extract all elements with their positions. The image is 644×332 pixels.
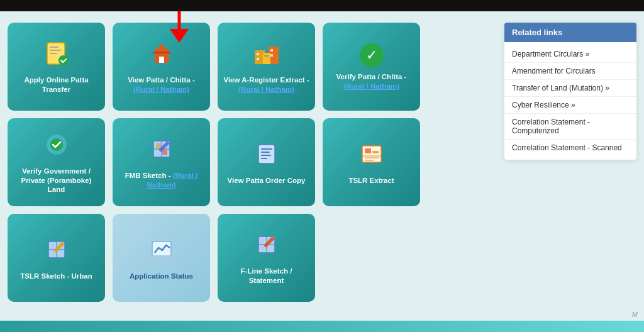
- svg-marker-7: [152, 44, 171, 53]
- verify-check-icon: ✓: [360, 43, 384, 67]
- svg-rect-26: [258, 145, 275, 163]
- tile-patta-order-label: View Patta Order Copy: [228, 176, 306, 185]
- tile-verify-patta-label: Verify Patta / Chitta - (Rural / Natham): [328, 72, 415, 91]
- tile-fmb-label: FMB Sketch - (Rural / Natham): [118, 171, 205, 190]
- related-link-correlation-computerized[interactable]: Correlation Statement - Computerized: [504, 114, 636, 140]
- tiles-grid: Apply Online Patta Transfer View Patta /…: [8, 23, 496, 302]
- related-links-list: Department Circulars » Amendment for Cir…: [504, 42, 636, 160]
- app-status-icon: [148, 236, 175, 267]
- svg-rect-14: [257, 53, 259, 55]
- patta-order-icon: [253, 141, 280, 171]
- f-line-sketch-icon: [253, 231, 280, 262]
- tile-view-patta-chitta[interactable]: View Patta / Chitta - (Rural / Natham): [113, 23, 210, 111]
- svg-rect-41: [152, 255, 171, 258]
- svg-rect-29: [261, 155, 271, 156]
- svg-point-6: [58, 55, 69, 65]
- related-link-cyber-resilience[interactable]: Cyber Resilience »: [504, 97, 636, 114]
- svg-rect-33: [372, 151, 379, 153]
- tile-apply-online-label: Apply Online Patta Transfer: [13, 75, 100, 94]
- svg-rect-32: [365, 148, 371, 153]
- buildings-icon: [253, 40, 280, 70]
- sidebar: Related links Department Circulars » Ame…: [504, 23, 636, 302]
- svg-rect-30: [261, 158, 267, 159]
- svg-rect-36: [365, 160, 374, 161]
- svg-rect-18: [264, 55, 269, 57]
- tile-tslr-extract-label: TSLR Extract: [348, 176, 394, 185]
- svg-rect-25: [162, 150, 167, 155]
- svg-rect-3: [50, 47, 58, 48]
- svg-rect-9: [159, 57, 164, 63]
- patta-transfer-icon: [43, 40, 70, 70]
- tile-apply-online-patta-transfer[interactable]: Apply Online Patta Transfer: [8, 23, 105, 111]
- tile-view-patta-label: View Patta / Chitta - (Rural / Natham): [118, 75, 205, 94]
- svg-rect-5: [50, 53, 57, 54]
- govt-land-icon: [43, 131, 70, 162]
- tile-verify-govt-label: Verify Government / Private (Poramboke) …: [13, 167, 100, 195]
- tile-application-status[interactable]: Application Status: [113, 214, 210, 302]
- tile-f-line-label: F-Line Sketch / Statement: [223, 267, 310, 285]
- top-bar: [0, 0, 644, 11]
- tile-view-a-register[interactable]: View A-Register Extract - (Rural / Natha…: [218, 23, 315, 111]
- svg-rect-10: [153, 52, 170, 53]
- svg-rect-16: [270, 49, 273, 52]
- related-links-header: Related links: [504, 23, 636, 42]
- svg-rect-27: [261, 148, 272, 150]
- tile-tslr-extract[interactable]: TSLR Extract: [323, 118, 420, 206]
- tile-app-status-label: Application Status: [130, 272, 193, 281]
- svg-rect-13: [263, 53, 270, 64]
- tile-fmb-sketch[interactable]: FMB Sketch - (Rural / Natham): [113, 118, 210, 206]
- svg-rect-28: [261, 152, 270, 153]
- svg-rect-15: [257, 58, 259, 60]
- related-link-correlation-scanned[interactable]: Correlation Statement - Scanned: [504, 140, 636, 156]
- related-link-amendment[interactable]: Amendment for Circulars: [504, 63, 636, 80]
- tslr-urban-icon: [43, 236, 70, 267]
- tile-view-patta-order[interactable]: View Patta Order Copy: [218, 118, 315, 206]
- red-arrow-indicator: [167, 11, 192, 45]
- bottom-bar: [0, 321, 644, 332]
- tile-tslr-urban-label: TSLR Sketch - Urban: [20, 272, 92, 281]
- svg-rect-17: [270, 54, 273, 57]
- tslr-extract-icon: [358, 141, 385, 171]
- tile-a-register-label: View A-Register Extract - (Rural / Natha…: [223, 75, 310, 94]
- main-content: Apply Online Patta Transfer View Patta /…: [0, 11, 644, 308]
- related-link-dept-circulars[interactable]: Department Circulars »: [504, 46, 636, 63]
- related-links-box: Related links Department Circulars » Ame…: [504, 23, 636, 160]
- tile-verify-govt-land[interactable]: Verify Government / Private (Poramboke) …: [8, 118, 105, 206]
- fmb-sketch-icon: [148, 136, 175, 166]
- tile-verify-patta-chitta[interactable]: ✓ Verify Patta / Chitta - (Rural / Natha…: [323, 23, 420, 111]
- ms-logo: M: [632, 311, 638, 318]
- svg-marker-1: [170, 29, 189, 43]
- svg-rect-35: [365, 157, 379, 158]
- tile-tslr-sketch-urban[interactable]: TSLR Sketch - Urban: [8, 214, 105, 302]
- svg-rect-24: [156, 143, 161, 148]
- svg-rect-4: [50, 50, 61, 51]
- related-link-transfer-land[interactable]: Transfer of Land (Mutation) »: [504, 80, 636, 97]
- tile-f-line-sketch[interactable]: F-Line Sketch / Statement: [218, 214, 315, 302]
